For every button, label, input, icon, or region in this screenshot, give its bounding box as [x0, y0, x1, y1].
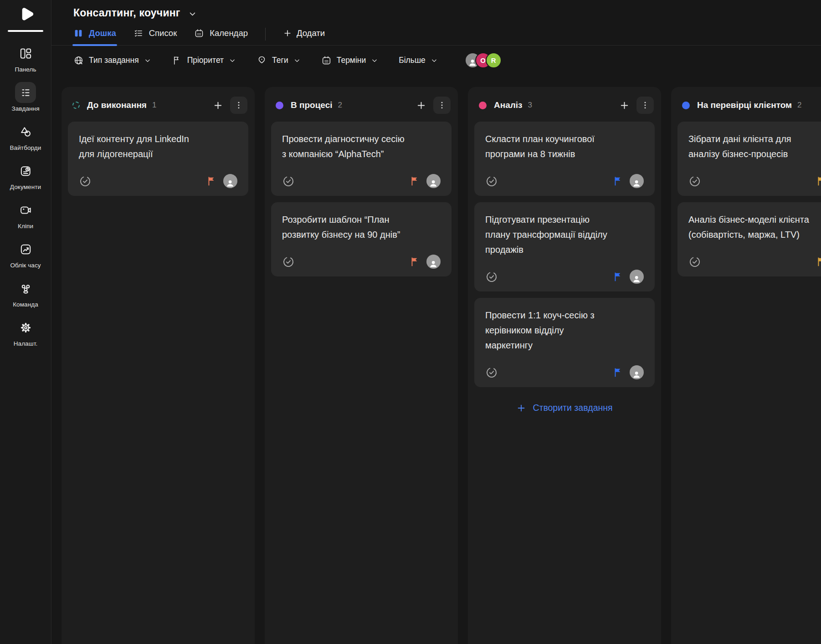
complete-check-icon[interactable]: [485, 175, 498, 188]
column-menu-button[interactable]: [230, 97, 247, 114]
tab-board[interactable]: Дошка: [73, 28, 116, 45]
task-title-line: продажів: [485, 242, 644, 257]
task-title: Ідеї контенту для LinkedIn для лідогенер…: [79, 132, 237, 162]
task-title: Провести 1:1 коуч-сесію з керівником від…: [485, 308, 644, 353]
priority-flag-icon: [815, 175, 821, 187]
filter-priority[interactable]: Пріоритет: [172, 55, 236, 66]
column-header: Аналіз 3: [474, 93, 655, 114]
sidebar-label: Документи: [10, 184, 41, 190]
task-type-globe-icon: [73, 55, 84, 66]
sidebar-item-tasks[interactable]: Завдання: [0, 82, 51, 112]
tag-icon: [257, 55, 267, 66]
sidebar-item-settings[interactable]: Налашт.: [0, 317, 51, 347]
priority-flag-icon: [815, 256, 821, 267]
add-task-icon[interactable]: [619, 100, 630, 111]
sidebar-item-dashboard[interactable]: Панель: [0, 43, 51, 73]
sidebar-item-documents[interactable]: Документи: [0, 160, 51, 190]
add-view-label: Додати: [297, 28, 325, 38]
task-title-line: Підготувати презентацію: [485, 212, 644, 227]
filter-deadlines[interactable]: Терміни: [321, 55, 378, 66]
task-title-line: Провести 1:1 коуч-сесію з: [485, 308, 644, 323]
priority-flag-icon: [409, 175, 420, 187]
assignee-avatar: [426, 174, 441, 188]
kebab-menu-icon: [640, 100, 650, 110]
sidebar-item-team[interactable]: Команда: [0, 278, 51, 308]
app-logo[interactable]: [15, 5, 36, 26]
task-title: Скласти план коучингової програми на 8 т…: [485, 132, 644, 162]
sidebar-label: Завдання: [11, 105, 39, 112]
tab-list[interactable]: Список: [133, 28, 177, 45]
tab-calendar[interactable]: Календар: [194, 28, 248, 45]
task-card[interactable]: Розробити шаблон “План розвитку бізнесу …: [271, 202, 452, 276]
task-card[interactable]: Зібрати дані клієнта для аналізу бізнес-…: [677, 122, 821, 196]
kebab-menu-icon: [234, 100, 244, 110]
task-card[interactable]: Аналіз бізнес-моделі клієнта (собівартіс…: [677, 202, 821, 276]
task-card[interactable]: Скласти план коучингової програми на 8 т…: [474, 122, 655, 196]
complete-check-icon[interactable]: [688, 256, 701, 268]
card-footer: [485, 270, 644, 284]
logo-divider: [8, 30, 43, 32]
card-footer: [688, 174, 821, 188]
filter-more[interactable]: Більше: [399, 56, 437, 65]
assignee-avatar: [223, 174, 237, 188]
dashboard-icon: [15, 43, 36, 64]
column-status-dot: [72, 102, 80, 109]
column-in-progress: В процесі 2 Провести діагностичну сесію …: [265, 87, 458, 644]
task-card[interactable]: Ідеї контенту для LinkedIn для лідогенер…: [68, 122, 248, 196]
task-card[interactable]: Провести 1:1 коуч-сесію з керівником від…: [474, 298, 655, 387]
task-card[interactable]: Підготувати презентацію плану трансформа…: [474, 202, 655, 291]
complete-check-icon[interactable]: [485, 366, 498, 379]
task-title: Підготувати презентацію плану трансформа…: [485, 212, 644, 257]
add-view-button[interactable]: Додати: [283, 28, 325, 45]
complete-check-icon[interactable]: [282, 256, 295, 268]
project-title-row: Консалтинг, коучинг: [51, 0, 821, 23]
person-icon: [428, 259, 438, 269]
sidebar-item-whiteboards[interactable]: Вайтборди: [0, 121, 51, 151]
column-header: В процесі 2: [271, 93, 452, 114]
complete-check-icon[interactable]: [485, 271, 498, 283]
assignee-avatar: [426, 255, 441, 269]
assignee-avatar-stack[interactable]: O R: [465, 52, 502, 68]
task-title-line: розвитку бізнесу на 90 днів”: [282, 227, 441, 242]
task-title-line: Скласти план коучингової: [485, 132, 644, 147]
kebab-menu-icon: [437, 100, 447, 110]
priority-flag-icon: [172, 55, 182, 66]
complete-check-icon[interactable]: [282, 175, 295, 188]
chevron-down-icon: [431, 57, 437, 64]
task-card[interactable]: Провести діагностичну сесію з компанією …: [271, 122, 452, 196]
project-switcher-chevron-down-icon[interactable]: [189, 10, 196, 18]
deadline-calendar-icon: [321, 55, 332, 66]
column-count: 2: [797, 101, 801, 110]
create-task-button[interactable]: Створити завдання: [474, 399, 655, 417]
sidebar-item-time-tracking[interactable]: Облік часу: [0, 239, 51, 269]
task-title-line: з компанією “AlphaTech”: [282, 147, 441, 162]
column-menu-button[interactable]: [433, 97, 451, 114]
filter-tags[interactable]: Теги: [257, 55, 300, 66]
priority-flag-icon: [612, 367, 623, 378]
task-title-line: плану трансформації відділу: [485, 227, 644, 242]
task-title-line: керівником відділу: [485, 323, 644, 338]
add-task-icon[interactable]: [416, 100, 426, 111]
column-header: На перевірці клієнтом 2: [677, 93, 821, 114]
tab-divider: [265, 28, 266, 41]
app-window: Панель Завдання Вайтборди Документи: [0, 0, 821, 644]
complete-check-icon[interactable]: [79, 175, 92, 188]
add-task-icon[interactable]: [213, 100, 223, 111]
board-icon: [73, 28, 83, 38]
list-icon: [133, 28, 144, 38]
filter-task-type[interactable]: Тип завдання: [73, 55, 151, 66]
main-area: Консалтинг, коучинг Дошка Список Календа…: [51, 0, 821, 644]
tab-label: Календар: [210, 28, 248, 38]
plus-icon: [516, 403, 526, 413]
task-title-line: Зібрати дані клієнта для: [688, 132, 821, 147]
person-icon: [631, 369, 641, 379]
card-footer: [485, 174, 644, 188]
card-footer: [282, 174, 441, 188]
sidebar-item-clips[interactable]: Кліпи: [0, 199, 51, 230]
task-title-line: Ідеї контенту для LinkedIn: [79, 132, 237, 147]
plus-icon: [283, 29, 292, 38]
complete-check-icon[interactable]: [688, 175, 701, 188]
task-title-line: Провести діагностичну сесію: [282, 132, 441, 147]
column-menu-button[interactable]: [636, 97, 654, 114]
settings-icon: [15, 317, 36, 338]
